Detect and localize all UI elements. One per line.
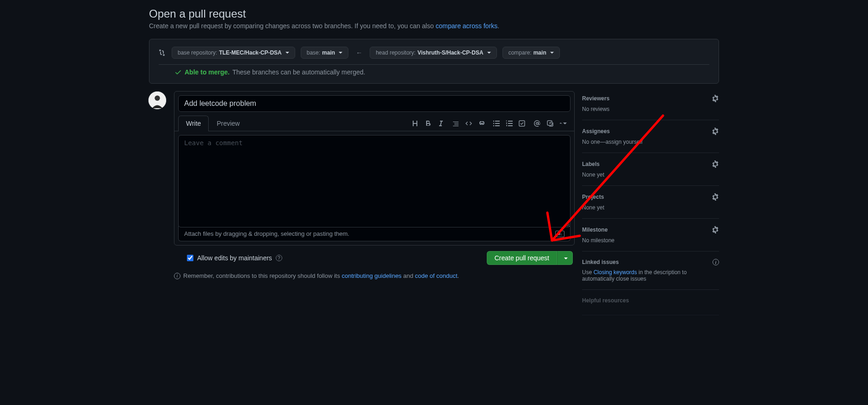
heading-icon[interactable] bbox=[411, 120, 419, 127]
page-title: Open a pull request bbox=[149, 7, 719, 20]
base-branch-selector[interactable]: base: main bbox=[301, 47, 348, 59]
allow-edits-checkbox[interactable]: Allow edits by maintainers ? bbox=[176, 254, 282, 262]
svg-point-1 bbox=[155, 96, 160, 101]
ordered-list-icon[interactable] bbox=[506, 120, 513, 127]
gear-icon[interactable] bbox=[712, 226, 719, 233]
reply-icon[interactable] bbox=[559, 120, 567, 127]
conduct-link[interactable]: code of conduct bbox=[415, 272, 458, 279]
assignees-title: Assignees bbox=[582, 128, 610, 135]
head-repo-selector[interactable]: head repository: Vishruth-S/Hack-CP-DSA bbox=[370, 47, 497, 59]
arrow-left-icon: ← bbox=[354, 49, 364, 56]
gear-icon[interactable] bbox=[712, 160, 719, 168]
linked-issues-section: Linked issues i Use Closing keywords in … bbox=[582, 252, 719, 290]
reference-icon[interactable] bbox=[546, 120, 554, 127]
git-compare-icon bbox=[159, 49, 166, 56]
projects-title: Projects bbox=[582, 194, 604, 200]
comment-form: Write Preview bbox=[174, 91, 575, 245]
pr-body-textarea[interactable] bbox=[178, 135, 570, 227]
pr-title-input[interactable] bbox=[178, 95, 570, 112]
gear-icon[interactable] bbox=[712, 128, 719, 135]
contribution-note: i Remember, contributions to this reposi… bbox=[174, 272, 575, 279]
compare-forks-link[interactable]: compare across forks bbox=[435, 22, 497, 30]
milestone-title: Milestone bbox=[582, 227, 608, 233]
reviewers-title: Reviewers bbox=[582, 95, 609, 102]
bold-icon[interactable] bbox=[424, 120, 432, 127]
italic-icon[interactable] bbox=[437, 120, 445, 127]
tab-preview[interactable]: Preview bbox=[209, 116, 248, 131]
formatting-toolbar bbox=[408, 118, 570, 131]
milestone-section: Milestone No milestone bbox=[582, 219, 719, 252]
create-pr-button[interactable]: Create pull request bbox=[487, 251, 557, 265]
reviewers-section: Reviewers No reviews bbox=[582, 91, 719, 120]
labels-title: Labels bbox=[582, 161, 600, 167]
gear-icon[interactable] bbox=[712, 193, 719, 201]
check-icon bbox=[174, 68, 182, 76]
contributing-link[interactable]: contributing guidelines bbox=[342, 272, 402, 279]
quote-icon[interactable] bbox=[452, 120, 459, 127]
markdown-icon[interactable]: M↓ bbox=[555, 231, 564, 237]
labels-section: Labels None yet bbox=[582, 153, 719, 186]
svg-point-3 bbox=[493, 123, 494, 124]
page-description: Create a new pull request by comparing c… bbox=[149, 22, 719, 30]
merge-status: Able to merge. These branches can be aut… bbox=[159, 64, 709, 76]
mention-icon[interactable] bbox=[533, 120, 541, 127]
compare-branches-box: base repository: TLE-MEC/Hack-CP-DSA bas… bbox=[149, 39, 719, 84]
assign-yourself-link[interactable]: assign yourself bbox=[606, 139, 643, 145]
closing-keywords-link[interactable]: Closing keywords bbox=[594, 269, 637, 276]
svg-point-4 bbox=[493, 125, 494, 126]
linked-title: Linked issues bbox=[582, 259, 619, 265]
help-icon[interactable]: ? bbox=[276, 255, 282, 261]
compare-branch-selector[interactable]: compare: main bbox=[502, 47, 560, 59]
info-icon[interactable]: i bbox=[713, 259, 719, 265]
avatar bbox=[148, 91, 167, 110]
helpful-title: Helpful resources bbox=[582, 297, 629, 304]
tab-write[interactable]: Write bbox=[178, 116, 209, 131]
attach-files-bar[interactable]: Attach files by dragging & dropping, sel… bbox=[178, 226, 570, 241]
helpful-resources-section: Helpful resources bbox=[582, 290, 719, 315]
gear-icon[interactable] bbox=[712, 95, 719, 102]
code-icon[interactable] bbox=[465, 120, 472, 127]
unordered-list-icon[interactable] bbox=[493, 120, 500, 127]
info-icon: i bbox=[174, 273, 180, 279]
assignees-section: Assignees No one—assign yourself bbox=[582, 120, 719, 153]
allow-edits-input[interactable] bbox=[187, 255, 193, 261]
projects-section: Projects None yet bbox=[582, 186, 719, 219]
tasklist-icon[interactable] bbox=[519, 120, 526, 127]
create-pr-dropdown[interactable] bbox=[557, 251, 573, 265]
base-repo-selector[interactable]: base repository: TLE-MEC/Hack-CP-DSA bbox=[172, 47, 295, 59]
svg-point-2 bbox=[493, 121, 494, 122]
link-icon[interactable] bbox=[478, 120, 485, 127]
